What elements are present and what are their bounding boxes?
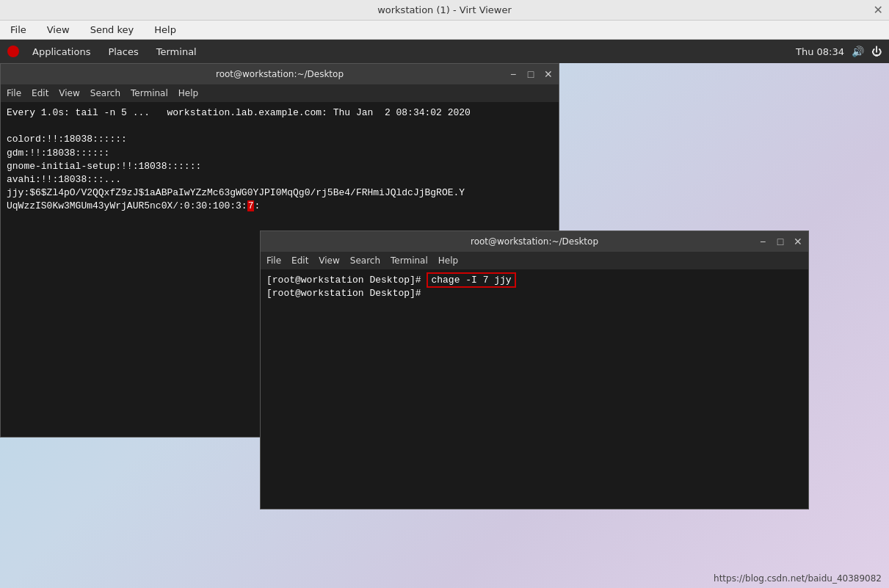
- panel-left: Applications Places Terminal: [7, 45, 201, 59]
- virt-viewer-titlebar: workstation (1) - Virt Viewer ✕: [0, 0, 889, 21]
- window-title: workstation (1) - Virt Viewer: [377, 4, 512, 15]
- terminal1-close[interactable]: ✕: [543, 68, 554, 80]
- terminal2-content: [root@workstation Desktop]# chage -I 7 j…: [261, 269, 808, 509]
- terminal2-menubar: File Edit View Search Terminal Help: [261, 252, 808, 269]
- t1-menu-help[interactable]: Help: [178, 88, 198, 98]
- t1-line-jjy2: UqWzzIS0Kw3MGUm43yWrjAUR5nc0X/:0:30:100:…: [7, 200, 553, 213]
- terminal1-buttons: − □ ✕: [507, 68, 554, 80]
- t1-line-jjy1: jjy:$6$Zl4pO/V2QQxfZ9zJ$1aABPaIwYZzMc63g…: [7, 186, 553, 200]
- volume-icon[interactable]: 🔊: [852, 46, 864, 57]
- t1-line-1: Every 1.0s: tail -n 5 ... workstation.la…: [7, 106, 553, 120]
- t2-prompt-2: [root@workstation Desktop]#: [266, 288, 421, 299]
- menu-view[interactable]: View: [43, 23, 74, 37]
- t1-line-gnome: gnome-initial-setup:!!:18038::::::: [7, 160, 553, 173]
- t1-line-gdm: gdm:!!:18038::::::: [7, 147, 553, 160]
- t2-menu-help[interactable]: Help: [438, 255, 458, 266]
- terminal2-minimize[interactable]: −: [757, 236, 769, 247]
- terminal2-titlebar: root@workstation:~/Desktop − □ ✕: [261, 231, 808, 252]
- terminal1-menubar: File Edit View Search Terminal Help: [1, 84, 559, 102]
- power-icon[interactable]: ⏻: [871, 46, 882, 57]
- t1-line-blank: [7, 120, 553, 133]
- terminal2-maximize[interactable]: □: [774, 236, 786, 247]
- applications-menu[interactable]: Applications: [28, 45, 95, 59]
- t2-menu-edit[interactable]: Edit: [291, 255, 308, 266]
- terminal2-title: root@workstation:~/Desktop: [471, 236, 598, 247]
- terminal1-title: root@workstation:~/Desktop: [216, 69, 344, 79]
- places-menu[interactable]: Places: [104, 45, 142, 59]
- panel-right: Thu 08:34 🔊 ⏻: [796, 46, 882, 57]
- highlighted-7: 7: [247, 200, 255, 211]
- t2-menu-search[interactable]: Search: [350, 255, 380, 266]
- menu-file[interactable]: File: [6, 23, 31, 37]
- t1-menu-file[interactable]: File: [7, 88, 21, 98]
- t2-prompt-1: [root@workstation Desktop]#: [266, 275, 421, 286]
- t1-line-colord: colord:!!:18038::::::: [7, 133, 553, 146]
- t2-line-1: [root@workstation Desktop]# chage -I 7 j…: [266, 274, 802, 287]
- t2-command: chage -I 7 jjy: [427, 272, 515, 288]
- terminal2-buttons: − □ ✕: [757, 236, 804, 247]
- terminal1-titlebar: root@workstation:~/Desktop − □ ✕: [1, 64, 559, 84]
- terminal1-minimize[interactable]: −: [507, 68, 519, 80]
- t2-menu-terminal[interactable]: Terminal: [391, 255, 428, 266]
- terminal2-close[interactable]: ✕: [792, 236, 804, 247]
- window-close-btn[interactable]: ✕: [874, 3, 883, 17]
- redhat-icon: [7, 46, 19, 57]
- t1-line-avahi: avahi:!!:18038:::...: [7, 173, 553, 186]
- t1-menu-search[interactable]: Search: [90, 88, 120, 98]
- t2-menu-file[interactable]: File: [266, 255, 281, 266]
- menu-sendkey[interactable]: Send key: [86, 23, 139, 37]
- t2-line-2: [root@workstation Desktop]#: [266, 287, 802, 300]
- menu-help[interactable]: Help: [150, 23, 181, 37]
- t2-menu-view[interactable]: View: [319, 255, 339, 266]
- terminal-menu[interactable]: Terminal: [152, 45, 201, 59]
- t1-menu-edit[interactable]: Edit: [32, 88, 48, 98]
- url-bar: https://blog.csdn.net/baidu_40389082: [714, 573, 882, 584]
- clock: Thu 08:34: [796, 46, 844, 57]
- terminal-window-2: root@workstation:~/Desktop − □ ✕ File Ed…: [260, 231, 809, 509]
- terminal1-maximize[interactable]: □: [525, 68, 537, 80]
- desktop-area: root@workstation:~/Desktop − □ ✕ File Ed…: [0, 63, 889, 588]
- gnome-top-panel: Applications Places Terminal Thu 08:34 🔊…: [0, 40, 889, 63]
- virt-viewer-menubar: File View Send key Help: [0, 21, 889, 40]
- t1-menu-view[interactable]: View: [59, 88, 79, 98]
- t1-menu-terminal[interactable]: Terminal: [131, 88, 168, 98]
